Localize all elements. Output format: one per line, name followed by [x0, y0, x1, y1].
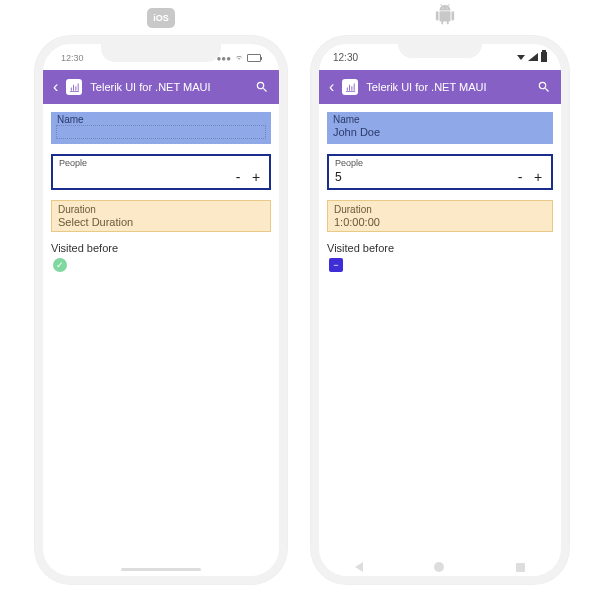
visited-label: Visited before	[327, 242, 553, 254]
ios-notch	[101, 44, 221, 62]
people-field[interactable]: People - +	[51, 154, 271, 190]
signal-icon	[528, 53, 538, 61]
name-field[interactable]: Name	[51, 112, 271, 144]
ios-content: Name People - + Duration Select Duration…	[43, 104, 279, 290]
nav-recent-icon[interactable]	[516, 563, 525, 572]
android-device-frame: 12:30 ‹ Telerik UI for .NET MAUI Name Jo…	[311, 36, 569, 584]
visited-checkbox[interactable]: ✓	[53, 258, 67, 272]
people-label: People	[59, 158, 265, 168]
name-text-input[interactable]	[57, 126, 265, 138]
people-field[interactable]: People 5 - +	[327, 154, 553, 190]
home-indicator	[121, 568, 201, 571]
app-header: ‹ Telerik UI for .NET MAUI	[43, 70, 279, 104]
duration-label: Duration	[334, 204, 546, 215]
visited-label: Visited before	[51, 242, 271, 254]
back-button[interactable]: ‹	[329, 79, 334, 95]
android-notch	[398, 44, 482, 58]
search-icon[interactable]	[537, 80, 551, 94]
platform-badge-ios: iOS	[147, 8, 175, 28]
name-field[interactable]: Name John Doe	[327, 112, 553, 144]
nav-home-icon[interactable]	[434, 562, 444, 572]
people-decrement-button[interactable]: -	[229, 168, 247, 186]
name-value[interactable]: John Doe	[333, 126, 547, 142]
people-increment-button[interactable]: +	[247, 168, 265, 186]
people-label: People	[335, 158, 547, 168]
people-increment-button[interactable]: +	[529, 168, 547, 186]
visited-checkbox[interactable]: −	[329, 258, 343, 272]
download-icon	[517, 55, 525, 60]
visited-field: Visited before −	[327, 242, 553, 272]
name-input[interactable]	[57, 126, 265, 142]
duration-value[interactable]: Select Duration	[58, 216, 264, 228]
app-header: ‹ Telerik UI for .NET MAUI	[319, 70, 561, 104]
platform-badge-android	[431, 5, 459, 25]
duration-label: Duration	[58, 204, 264, 215]
status-time: 12:30	[61, 53, 84, 63]
android-nav-bar	[319, 558, 561, 576]
name-label: Name	[57, 114, 265, 125]
duration-field[interactable]: Duration Select Duration	[51, 200, 271, 232]
people-value[interactable]: 5	[335, 170, 511, 184]
app-title: Telerik UI for .NET MAUI	[366, 81, 529, 93]
app-title: Telerik UI for .NET MAUI	[90, 81, 247, 93]
status-time: 12:30	[333, 52, 358, 63]
brand-icon	[342, 79, 358, 95]
battery-icon	[247, 54, 261, 62]
nav-back-icon[interactable]	[355, 562, 363, 572]
duration-value[interactable]: 1:0:00:00	[334, 216, 546, 228]
battery-icon	[541, 52, 547, 62]
android-content: Name John Doe People 5 - + Duration 1:0:…	[319, 104, 561, 290]
search-icon[interactable]	[255, 80, 269, 94]
name-label: Name	[333, 114, 547, 125]
ios-device-frame: 12:30 ●●● ‹ Telerik UI for .NET MAUI Nam…	[35, 36, 287, 584]
back-button[interactable]: ‹	[53, 79, 58, 95]
wifi-icon	[234, 54, 244, 62]
brand-icon	[66, 79, 82, 95]
people-decrement-button[interactable]: -	[511, 168, 529, 186]
visited-field: Visited before ✓	[51, 242, 271, 272]
duration-field[interactable]: Duration 1:0:00:00	[327, 200, 553, 232]
